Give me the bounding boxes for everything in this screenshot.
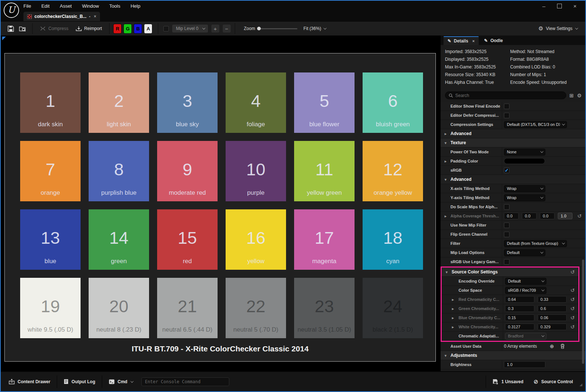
dropdown-encoding-override[interactable]: Default <box>505 278 546 285</box>
details-tab-close-icon[interactable]: × <box>472 39 474 43</box>
tab-close-icon[interactable]: × <box>94 14 96 19</box>
chevron-right-icon[interactable]: ▸ <box>452 325 454 329</box>
chevron-down-icon[interactable]: ▾ <box>445 178 446 182</box>
delete-elements-icon[interactable] <box>560 344 565 349</box>
field-blue-chromaticity-c-0[interactable]: 0.15 <box>505 314 534 321</box>
menu-edit[interactable]: Edit <box>41 3 49 9</box>
chevron-right-icon[interactable]: ▸ <box>452 298 454 302</box>
cmd-dropdown[interactable]: Cmd <box>104 376 138 388</box>
field-red-chromaticity-c-0[interactable]: 0.64 <box>505 296 534 303</box>
field-white-chromaticity-1[interactable]: 0.329 <box>538 324 567 330</box>
field-red-chromaticity-c-1[interactable]: 0.33 <box>538 296 567 303</box>
maximize-button[interactable] <box>557 4 562 8</box>
field-white-chromaticity-0[interactable]: 0.3127 <box>505 324 534 330</box>
property-label-texture[interactable]: ▾Texture <box>441 138 466 147</box>
mip-level-dropdown[interactable]: Mip Level 0 <box>172 24 208 33</box>
content-drawer-button[interactable]: Content Drawer <box>4 376 55 388</box>
tab-details[interactable]: ✎ Details × <box>444 36 479 45</box>
search-input[interactable] <box>455 93 563 98</box>
menu-help[interactable]: Help <box>130 3 140 9</box>
output-log-button[interactable]: Output Log <box>59 376 100 388</box>
field-alpha-coverage-thresh-1[interactable]: 0.0 <box>522 213 537 219</box>
channel-button-r[interactable]: R <box>113 24 122 34</box>
chevron-down-icon[interactable]: ▾ <box>446 270 448 274</box>
window-resize-grip[interactable]: ◢ <box>579 382 582 388</box>
checkbox-flip-green-channel[interactable] <box>504 232 509 237</box>
chevron-right-icon[interactable]: ▸ <box>445 214 446 218</box>
add-element-icon[interactable]: ⊕ <box>550 343 554 349</box>
texture-viewport[interactable]: 1dark skin2light skin3blue sky4foliage5b… <box>1 36 440 371</box>
property-label-advanced[interactable]: ▸Advanced <box>441 129 471 138</box>
property-label-adjustments[interactable]: ▾Adjustments <box>441 351 477 360</box>
dropdown-filter[interactable]: Default (from Texture Group) <box>504 240 567 247</box>
asset-tab[interactable]: colorcheckerClassic_B... • × <box>23 12 100 21</box>
reset-icon[interactable]: ↺ <box>567 313 578 322</box>
menu-file[interactable]: File <box>23 3 31 9</box>
chevron-down-icon[interactable]: ▾ <box>445 141 446 145</box>
dropdown-x-axis-tiling-method[interactable]: Wrap <box>504 185 545 192</box>
reset-icon[interactable]: ↺ <box>567 304 578 313</box>
field-alpha-coverage-thresh-2[interactable]: 0.0 <box>540 213 555 219</box>
console-command-input[interactable] <box>145 378 226 386</box>
fit-dropdown[interactable]: Fit (36%) <box>303 26 326 31</box>
mip-plus-button[interactable]: + <box>211 24 220 33</box>
menu-window[interactable]: Window <box>82 3 99 9</box>
field-green-chromaticity-0[interactable]: 0.3 <box>505 305 534 312</box>
dropdown-mip-load-options[interactable]: Default <box>504 249 545 256</box>
chevron-right-icon[interactable]: ▸ <box>445 159 446 163</box>
channel-button-g[interactable]: G <box>123 24 132 34</box>
unreal-engine-logo-icon[interactable]: U <box>4 3 19 18</box>
zoom-slider-thumb[interactable] <box>257 27 261 30</box>
color-swatch-padding-color[interactable] <box>504 158 545 164</box>
mip-minus-button[interactable]: − <box>222 24 231 33</box>
minimize-button[interactable]: – <box>540 3 548 9</box>
channel-button-a[interactable]: A <box>144 24 152 34</box>
field-alpha-coverage-thresh-0[interactable]: 0.0 <box>504 213 519 219</box>
property-label-advanced[interactable]: ▾Advanced <box>441 175 471 184</box>
field-brightness[interactable]: 1.0 <box>504 361 545 368</box>
field-blue-chromaticity-c-1[interactable]: 0.06 <box>538 314 567 321</box>
chevron-right-icon[interactable]: ▸ <box>452 316 454 320</box>
reset-icon[interactable]: ↺ <box>567 295 578 304</box>
menu-asset[interactable]: Asset <box>60 3 72 9</box>
reimport-button[interactable]: Reimport <box>72 23 106 34</box>
chevron-right-icon[interactable]: ▸ <box>452 307 454 311</box>
mip-level-checkbox[interactable] <box>163 26 169 31</box>
browse-to-asset-button[interactable] <box>16 23 29 34</box>
property-label-source-color-settings[interactable]: ▾Source Color Settings <box>442 268 498 276</box>
chevron-right-icon[interactable]: ▸ <box>445 132 446 136</box>
console-command-field[interactable] <box>141 377 229 386</box>
source-control-button[interactable]: ⊘ Source Control <box>528 376 578 388</box>
reset-icon[interactable]: ↺ <box>567 322 578 331</box>
search-box[interactable] <box>445 92 566 99</box>
close-button[interactable]: × <box>571 3 579 9</box>
reset-icon[interactable]: ↺ <box>567 268 578 276</box>
field-alpha-coverage-thresh-3[interactable]: 1.0 <box>558 213 572 219</box>
unsaved-button[interactable]: 1 Unsaved <box>487 376 528 388</box>
checkbox-editor-show-final-encode[interactable] <box>504 104 509 109</box>
dropdown-y-axis-tiling-method[interactable]: Wrap <box>504 194 545 201</box>
dropdown-power-of-two-mode[interactable]: None <box>504 149 545 156</box>
menu-tools[interactable]: Tools <box>109 3 120 9</box>
field-green-chromaticity-1[interactable]: 0.6 <box>538 305 567 312</box>
checkbox-do-scale-mips-for-alph[interactable] <box>504 204 509 210</box>
checkbox-editor-defer-compressi[interactable] <box>504 113 509 118</box>
compress-button[interactable]: Compress <box>36 23 72 34</box>
checkbox-srgb[interactable]: ✓ <box>504 168 509 173</box>
settings-gear-icon[interactable]: ⚙ <box>577 93 582 98</box>
save-button[interactable] <box>5 23 16 34</box>
zoom-slider[interactable] <box>258 28 297 29</box>
dropdown-chromatic-adaptati[interactable]: Bradford <box>505 333 546 340</box>
view-settings-button[interactable]: ⚙ View Settings <box>538 25 581 32</box>
channel-button-b[interactable]: B <box>134 24 142 34</box>
scrollbar-thumb[interactable] <box>582 260 584 363</box>
checkbox-srgb-use-legacy-gam[interactable] <box>504 259 509 265</box>
tab-oodle[interactable]: ✎ Oodle <box>480 36 507 45</box>
details-scrollbar[interactable] <box>582 109 584 369</box>
reset-icon[interactable]: ↺ <box>567 286 578 295</box>
checkbox-use-new-mip-filter[interactable] <box>504 223 509 228</box>
dropdown-color-space[interactable]: sRGB / Rec709 <box>505 287 546 294</box>
display-filter-icon[interactable]: ⊞ <box>570 93 574 98</box>
dropdown-compression-settings[interactable]: Default (DXT1/5, BC1/3 on DX <box>504 121 567 128</box>
chevron-down-icon[interactable]: ▾ <box>445 354 446 358</box>
